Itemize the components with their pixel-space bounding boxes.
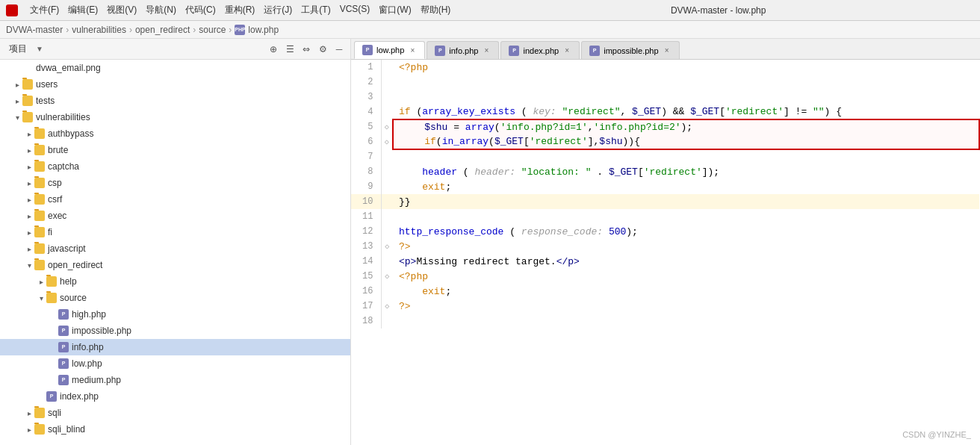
code-area[interactable]: 1<?php234if (array_key_exists ( key: "re… bbox=[351, 60, 980, 445]
tree-item-label: brute bbox=[48, 145, 68, 155]
tree-arrow: ▸ bbox=[12, 79, 22, 90]
menu-bar[interactable]: 文件(F) 编辑(E) 视图(V) 导航(N) 代码(C) 重构(R) 运行(J… bbox=[30, 4, 450, 16]
line-gutter bbox=[381, 105, 393, 119]
php-file-icon: PHP bbox=[235, 25, 245, 35]
menu-run[interactable]: 运行(J) bbox=[264, 4, 292, 16]
tab-close-button[interactable]: × bbox=[482, 46, 491, 55]
code-line-3: 3 bbox=[351, 90, 979, 105]
menu-view[interactable]: 视图(V) bbox=[107, 4, 137, 16]
sidebar-icon-settings[interactable]: ⚙ bbox=[316, 43, 329, 56]
menu-edit[interactable]: 编辑(E) bbox=[68, 4, 98, 16]
tab-close-button[interactable]: × bbox=[562, 46, 571, 55]
sidebar-icon-minimize[interactable]: ─ bbox=[332, 43, 346, 56]
tree-arrow bbox=[48, 375, 58, 385]
folder-icon bbox=[34, 194, 45, 205]
tree-item-vulnerabilities[interactable]: ▾vulnerabilities bbox=[0, 109, 350, 125]
tree-arrow: ▸ bbox=[24, 161, 34, 172]
line-content bbox=[393, 149, 979, 164]
tree-item-tests[interactable]: ▸tests bbox=[0, 93, 350, 109]
tree-arrow: ▾ bbox=[12, 112, 22, 122]
editor-tab-info-php[interactable]: Pinfo.php× bbox=[427, 41, 499, 59]
tree-arrow: ▸ bbox=[24, 178, 34, 188]
editor-tab-low-php[interactable]: Plow.php× bbox=[354, 41, 425, 59]
sidebar-icon-locate[interactable]: ⊕ bbox=[267, 43, 280, 56]
code-line-4: 4if (array_key_exists ( key: "redirect",… bbox=[351, 105, 979, 119]
watermark: CSDN @YINZHE_ bbox=[902, 430, 971, 439]
line-number: 8 bbox=[351, 164, 381, 179]
tree-item-open_redirect[interactable]: ▾open_redirect bbox=[0, 257, 350, 273]
tree-item-csrf[interactable]: ▸csrf bbox=[0, 191, 350, 208]
line-gutter bbox=[381, 284, 393, 299]
tab-label: index.php bbox=[523, 46, 559, 55]
menu-window[interactable]: 窗口(W) bbox=[379, 4, 411, 16]
tree-item-label: sqli bbox=[48, 408, 61, 418]
tree-item-captcha[interactable]: ▸captcha bbox=[0, 158, 350, 175]
tree-arrow bbox=[48, 309, 58, 320]
tree-item-dvwa_email-png[interactable]: dvwa_email.png bbox=[0, 60, 350, 76]
code-line-5: 5◇ $shu = array('info.php?id=1','info.ph… bbox=[351, 119, 979, 134]
line-number: 17 bbox=[351, 299, 381, 314]
line-gutter bbox=[381, 90, 393, 105]
menu-tools[interactable]: 工具(T) bbox=[301, 4, 330, 16]
sidebar-icon-collapse[interactable]: ☰ bbox=[283, 43, 297, 56]
line-gutter: ◇ bbox=[381, 269, 393, 284]
editor-tab-index-php[interactable]: Pindex.php× bbox=[500, 41, 580, 59]
folder-icon bbox=[22, 96, 33, 106]
tree-item-sqli[interactable]: ▸sqli bbox=[0, 405, 350, 421]
sidebar-icon-expand[interactable]: ⇔ bbox=[300, 43, 313, 56]
tree-item-label: csrf bbox=[48, 194, 62, 205]
tree-item-exec[interactable]: ▸exec bbox=[0, 208, 350, 224]
menu-code[interactable]: 代码(C) bbox=[185, 4, 216, 16]
line-content bbox=[393, 75, 979, 90]
tree-item-label: high.php bbox=[72, 309, 106, 320]
tree-item-help[interactable]: ▸help bbox=[0, 273, 350, 290]
tree-arrow bbox=[36, 391, 46, 402]
tab-close-button[interactable]: × bbox=[408, 46, 417, 55]
breadcrumb-open-redirect[interactable]: open_redirect bbox=[135, 25, 190, 35]
breadcrumb-root[interactable]: DVWA-master bbox=[6, 25, 63, 35]
window-title: DVWA-master - low.php bbox=[671, 5, 766, 16]
code-line-14: 14<p>Missing redirect target.</p> bbox=[351, 254, 979, 269]
tree-item-authbypass[interactable]: ▸authbypass bbox=[0, 125, 350, 142]
line-gutter bbox=[381, 149, 393, 164]
tree-item-fi[interactable]: ▸fi bbox=[0, 224, 350, 240]
tree-item-sqli_blind[interactable]: ▸sqli_blind bbox=[0, 421, 350, 438]
menu-vcs[interactable]: VCS(S) bbox=[340, 4, 370, 16]
tree-item-brute[interactable]: ▸brute bbox=[0, 142, 350, 158]
tree-item-impossible-php[interactable]: Pimpossible.php bbox=[0, 323, 350, 339]
code-editor: Plow.php×Pinfo.php×Pindex.php×Pimpossibl… bbox=[351, 39, 980, 445]
line-number: 12 bbox=[351, 224, 381, 239]
sidebar-dropdown-arrow[interactable]: ▼ bbox=[36, 45, 43, 53]
tree-item-medium-php[interactable]: Pmedium.php bbox=[0, 372, 350, 388]
menu-navigate[interactable]: 导航(N) bbox=[146, 4, 176, 16]
line-content: ?> bbox=[393, 239, 979, 254]
line-number: 16 bbox=[351, 284, 381, 299]
line-content: if (array_key_exists ( key: "redirect", … bbox=[393, 105, 979, 119]
line-number: 10 bbox=[351, 194, 381, 209]
tree-item-source[interactable]: ▾source bbox=[0, 290, 350, 306]
php-file-icon: P bbox=[58, 326, 69, 336]
menu-refactor[interactable]: 重构(R) bbox=[225, 4, 255, 16]
breadcrumb-file[interactable]: PHP low.php bbox=[235, 25, 279, 35]
menu-help[interactable]: 帮助(H) bbox=[421, 4, 451, 16]
breadcrumb-sep-2: › bbox=[129, 25, 132, 35]
line-gutter bbox=[381, 194, 393, 209]
editor-tab-impossible-php[interactable]: Pimpossible.php× bbox=[581, 41, 679, 59]
breadcrumb-vulnerabilities[interactable]: vulnerabilities bbox=[72, 25, 126, 35]
tree-item-javascript[interactable]: ▸javascript bbox=[0, 240, 350, 257]
line-content: <?php bbox=[393, 269, 979, 284]
tree-item-info-php[interactable]: Pinfo.php bbox=[0, 339, 350, 355]
tree-arrow: ▸ bbox=[24, 424, 34, 435]
folder-icon bbox=[22, 112, 33, 122]
menu-file[interactable]: 文件(F) bbox=[30, 4, 59, 16]
breadcrumb-source[interactable]: source bbox=[199, 25, 226, 35]
tree-item-low-php[interactable]: Plow.php bbox=[0, 355, 350, 372]
tree-item-index-php[interactable]: Pindex.php bbox=[0, 388, 350, 405]
line-number: 6 bbox=[351, 134, 381, 149]
tree-item-csp[interactable]: ▸csp bbox=[0, 175, 350, 191]
line-content bbox=[393, 314, 979, 329]
tree-item-users[interactable]: ▸users bbox=[0, 76, 350, 93]
tab-close-button[interactable]: × bbox=[663, 46, 672, 55]
tree-item-label: captcha bbox=[48, 161, 79, 172]
tree-item-high-php[interactable]: Phigh.php bbox=[0, 306, 350, 323]
